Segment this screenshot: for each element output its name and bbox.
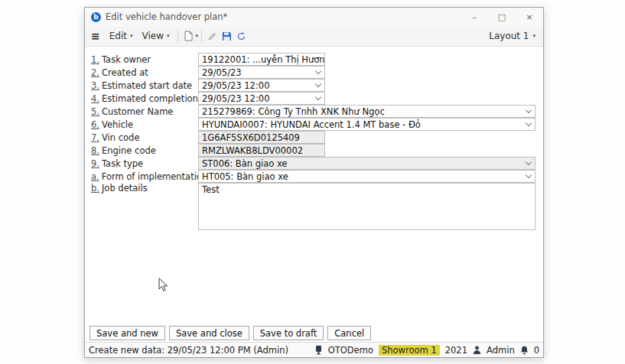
estimated-start-date-combo[interactable]: 29/05/23 12:00 bbox=[198, 79, 325, 92]
form-row: 6.Vehicle HYUNDAI0007: HYUNDAI Accent 1.… bbox=[91, 118, 539, 131]
toolbar-separator bbox=[177, 30, 178, 42]
menu-icon[interactable]: ≡ bbox=[90, 30, 105, 42]
field-index: 9. bbox=[91, 158, 99, 169]
caret-down-icon[interactable]: ▾ bbox=[196, 33, 199, 39]
chevron-down-icon[interactable] bbox=[526, 172, 532, 178]
form: 1.Task owner 19122001: ...uyễn Thị Hương… bbox=[85, 47, 543, 230]
form-row: 7.Vin code 1G6AF5SX6D0125409 bbox=[91, 131, 539, 144]
field-index: b. bbox=[91, 183, 99, 193]
form-row: 8.Engine code RMZLWAKB8LDV00002 bbox=[91, 144, 539, 157]
status-message: Create new data: 29/05/23 12:00 PM (Admi… bbox=[89, 345, 314, 356]
chevron-down-icon[interactable] bbox=[315, 81, 321, 87]
chevron-down-icon[interactable] bbox=[526, 159, 532, 165]
field-label: Created at bbox=[102, 67, 148, 78]
estimated-completion-date-combo[interactable]: 29/05/23 12:00 bbox=[198, 92, 325, 105]
form-row: 3.Estimated start date 29/05/23 12:00 bbox=[91, 79, 539, 92]
status-user[interactable]: Admin bbox=[487, 345, 515, 356]
footer-buttons: Save and new Save and close Save to draf… bbox=[90, 326, 371, 340]
field-index: 5. bbox=[91, 106, 99, 117]
status-showroom[interactable]: Showroom 1 bbox=[379, 345, 440, 356]
screen: b Edit vehicle handover plan* – □ × ≡ Ed… bbox=[0, 0, 625, 364]
form-row: 1.Task owner 19122001: ...uyễn Thị Hương bbox=[91, 53, 539, 66]
vin-code-field: 1G6AF5SX6D0125409 bbox=[198, 131, 325, 144]
maximize-icon[interactable]: □ bbox=[488, 8, 516, 26]
save-icon[interactable] bbox=[220, 30, 234, 43]
chevron-down-icon[interactable] bbox=[526, 107, 532, 113]
field-index: 6. bbox=[91, 119, 99, 130]
status-panels: OTODemo Showroom 1 2021 Admin 0 bbox=[314, 345, 539, 356]
status-app-name: OTODemo bbox=[328, 345, 373, 356]
created-at-combo[interactable]: 29/05/23 bbox=[198, 66, 325, 79]
field-index: 3. bbox=[91, 80, 99, 91]
chevron-down-icon[interactable] bbox=[315, 68, 321, 74]
chevron-down-icon[interactable] bbox=[526, 120, 532, 126]
layout-selector[interactable]: Layout 1 ▾ bbox=[489, 31, 539, 41]
field-index: a. bbox=[91, 171, 99, 182]
view-menu[interactable]: View ▾ bbox=[138, 29, 174, 43]
connection-icon bbox=[314, 345, 323, 355]
status-year[interactable]: 2021 bbox=[445, 345, 467, 356]
form-row: 5.Customer Name 215279869: Công Ty Tnhh … bbox=[91, 105, 539, 118]
toolbar-separator bbox=[201, 30, 202, 42]
chevron-down-icon[interactable] bbox=[315, 94, 321, 100]
status-notification-count: 0 bbox=[534, 345, 539, 356]
field-label: Task owner bbox=[102, 54, 151, 65]
app-icon: b bbox=[91, 12, 101, 22]
save-and-new-button[interactable]: Save and new bbox=[90, 326, 165, 340]
field-label: Task type bbox=[102, 158, 143, 169]
field-label: Vin code bbox=[102, 132, 140, 143]
form-row: 2.Created at 29/05/23 bbox=[91, 66, 539, 79]
refresh-icon[interactable] bbox=[234, 30, 249, 43]
toolbar: ≡ Edit ▾ View ▾ ▾ bbox=[85, 26, 543, 47]
field-index: 8. bbox=[91, 145, 99, 156]
caret-down-icon: ▾ bbox=[532, 33, 535, 39]
minimize-icon[interactable]: – bbox=[461, 8, 488, 26]
cancel-button[interactable]: Cancel bbox=[327, 326, 371, 340]
form-row: 4.Estimated completion date 29/05/23 12:… bbox=[91, 92, 539, 105]
close-icon[interactable]: × bbox=[516, 8, 543, 26]
field-index: 7. bbox=[91, 132, 99, 143]
form-row: 9.Task type ST006: Bàn giao xe bbox=[91, 157, 539, 170]
window-controls: – □ × bbox=[461, 8, 543, 26]
caret-down-icon: ▾ bbox=[167, 33, 170, 39]
window-title: Edit vehicle handover plan* bbox=[106, 11, 461, 22]
form-of-implementation-combo[interactable]: HT005: Bàn giao xe bbox=[198, 170, 535, 183]
field-label: Form of implementation bbox=[102, 171, 207, 182]
new-document-icon[interactable] bbox=[181, 29, 196, 43]
field-index: 2. bbox=[91, 67, 99, 78]
save-and-close-button[interactable]: Save and close bbox=[169, 326, 249, 340]
job-details-textarea[interactable]: Test bbox=[198, 183, 535, 230]
vehicle-combo[interactable]: HYUNDAI0007: HYUNDAI Accent 1.4 MT base … bbox=[198, 118, 535, 131]
status-bar: Create new data: 29/05/23 12:00 PM (Admi… bbox=[85, 342, 543, 357]
form-row: b.Job details Test bbox=[91, 183, 539, 230]
field-index: 1. bbox=[91, 54, 99, 65]
field-label: Estimated start date bbox=[102, 80, 192, 91]
edit-pencil-icon[interactable] bbox=[205, 30, 220, 43]
task-type-combo[interactable]: ST006: Bàn giao xe bbox=[198, 157, 535, 170]
edit-menu[interactable]: Edit ▾ bbox=[105, 29, 138, 43]
bell-icon[interactable] bbox=[520, 346, 529, 355]
edit-vehicle-handover-window: b Edit vehicle handover plan* – □ × ≡ Ed… bbox=[84, 7, 544, 358]
caret-down-icon: ▾ bbox=[130, 33, 133, 39]
form-row: a.Form of implementation HT005: Bàn giao… bbox=[91, 170, 539, 183]
engine-code-field: RMZLWAKB8LDV00002 bbox=[198, 144, 325, 157]
title-bar[interactable]: b Edit vehicle handover plan* – □ × bbox=[85, 8, 543, 26]
field-label: Engine code bbox=[102, 145, 156, 156]
save-to-draft-button[interactable]: Save to draft bbox=[253, 326, 324, 340]
field-index: 4. bbox=[91, 93, 99, 104]
customer-name-combo[interactable]: 215279869: Công Ty Tnhh XNK Như Ngọc bbox=[198, 105, 535, 118]
field-label: Job details bbox=[102, 183, 148, 193]
task-owner-combo[interactable]: 19122001: ...uyễn Thị Hương bbox=[198, 53, 325, 66]
field-label: Customer Name bbox=[102, 106, 173, 117]
user-icon bbox=[473, 346, 481, 354]
field-label: Vehicle bbox=[102, 119, 133, 130]
